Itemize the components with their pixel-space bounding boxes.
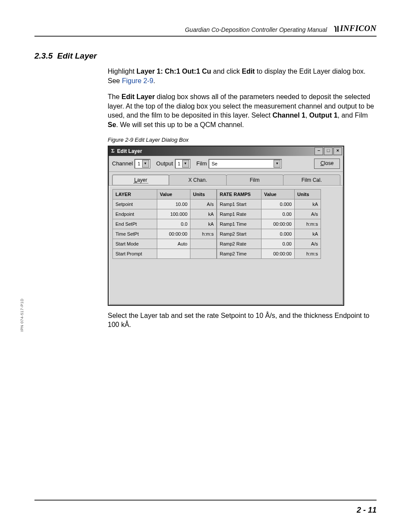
- startmode-value[interactable]: Auto: [157, 239, 190, 249]
- tab-xchan[interactable]: X Chan.: [169, 174, 226, 185]
- tab-panel-layer: LAYER Value Units Setpoint10.00A/s Endpo…: [109, 186, 343, 305]
- setpoint-value[interactable]: 10.00: [157, 199, 190, 209]
- tab-film[interactable]: Film: [226, 174, 283, 185]
- col-header-layer: LAYER: [113, 189, 157, 199]
- logo-text: INFICON: [340, 24, 377, 33]
- col-header-value: Value: [262, 189, 295, 199]
- close-button[interactable]: Close: [314, 159, 340, 169]
- chevron-down-icon: ▾: [142, 160, 149, 168]
- table-row: End SetPt0.0kA: [113, 219, 217, 229]
- layer-table: LAYER Value Units Setpoint10.00A/s Endpo…: [112, 189, 217, 259]
- brand-logo: INFICON: [333, 24, 377, 33]
- table-row: Ramp2 Rate0.00A/s: [217, 239, 321, 249]
- table-row: Endpoint100.000kA: [113, 209, 217, 219]
- side-note: IPN 074-517-P1D: [20, 299, 24, 332]
- tab-layer[interactable]: Layer: [112, 174, 169, 185]
- figure-caption: Figure 2-9 Edit Layer Dialog Box: [34, 137, 377, 143]
- chevron-down-icon: ▾: [182, 160, 189, 168]
- table-row: Ramp1 Start0.000kA: [217, 199, 321, 209]
- logo-icon: [333, 25, 339, 32]
- table-row: Start ModeAuto: [113, 239, 217, 249]
- output-label: Output: [156, 160, 173, 167]
- film-select[interactable]: Se ▾: [209, 159, 282, 168]
- tab-filmcal[interactable]: Film Cal.: [283, 174, 340, 185]
- close-x-button[interactable]: ×: [333, 147, 342, 155]
- table-row: Ramp1 Time00:00:00h:m:s: [217, 219, 321, 229]
- paragraph-2: The Edit Layer dialog box shows all of t…: [34, 92, 377, 129]
- endsetpt-value[interactable]: 0.0: [157, 219, 190, 229]
- page-header: Guardian Co-Deposition Controller Operat…: [34, 24, 377, 37]
- chevron-down-icon: ▾: [274, 160, 280, 168]
- section-heading: 2.3.5 Edit Layer: [34, 51, 377, 61]
- col-header-units: Units: [190, 189, 217, 199]
- col-header-ramps: RATE RAMPS: [217, 189, 262, 199]
- endpoint-value[interactable]: 100.000: [157, 209, 190, 219]
- paragraph-1: Highlight Layer 1: Ch:1 Out:1 Cu and cli…: [34, 67, 377, 85]
- dialog-titlebar: Σ Edit Layer – □ ×: [109, 146, 343, 156]
- startprompt-value[interactable]: [157, 249, 190, 258]
- timesetpt-value[interactable]: 00:00:00: [157, 229, 190, 239]
- svg-rect-0: [337, 26, 339, 32]
- channel-label: Channel: [112, 160, 133, 167]
- table-row: Ramp1 Rate0.00A/s: [217, 209, 321, 219]
- output-select[interactable]: 1 ▾: [175, 159, 190, 168]
- table-row: Ramp2 Time00:00:00h:m:s: [217, 249, 321, 258]
- dialog-title: Edit Layer: [117, 148, 142, 154]
- page-number: 2 - 11: [357, 506, 377, 514]
- table-row: Ramp2 Start0.000kA: [217, 229, 321, 239]
- col-header-value: Value: [157, 189, 190, 199]
- dialog-toolbar: Channel 1 ▾ Output 1 ▾ Film Se ▾: [109, 156, 343, 172]
- table-row: Time SetPt00:00:00h:m:s: [113, 229, 217, 239]
- minimize-button[interactable]: –: [314, 147, 323, 155]
- figure-link[interactable]: Figure 2-9: [122, 77, 153, 84]
- rate-ramps-table: RATE RAMPS Value Units Ramp1 Start0.000k…: [217, 189, 321, 259]
- running-title: Guardian Co-Deposition Controller Operat…: [185, 26, 327, 33]
- table-row: Setpoint10.00A/s: [113, 199, 217, 209]
- col-header-units: Units: [295, 189, 321, 199]
- sigma-icon: Σ: [111, 148, 115, 154]
- page-footer: 2 - 11: [34, 500, 377, 515]
- channel-select[interactable]: 1 ▾: [134, 159, 150, 168]
- film-label: Film: [196, 160, 207, 167]
- tab-row: Layer X Chan. Film Film Cal.: [109, 172, 343, 186]
- edit-layer-dialog: Σ Edit Layer – □ × Channel 1 ▾ Output: [108, 146, 344, 306]
- paragraph-3: Select the Layer tab and set the rate Se…: [34, 311, 377, 330]
- maximize-button[interactable]: □: [324, 147, 333, 155]
- table-row: Start Prompt: [113, 249, 217, 258]
